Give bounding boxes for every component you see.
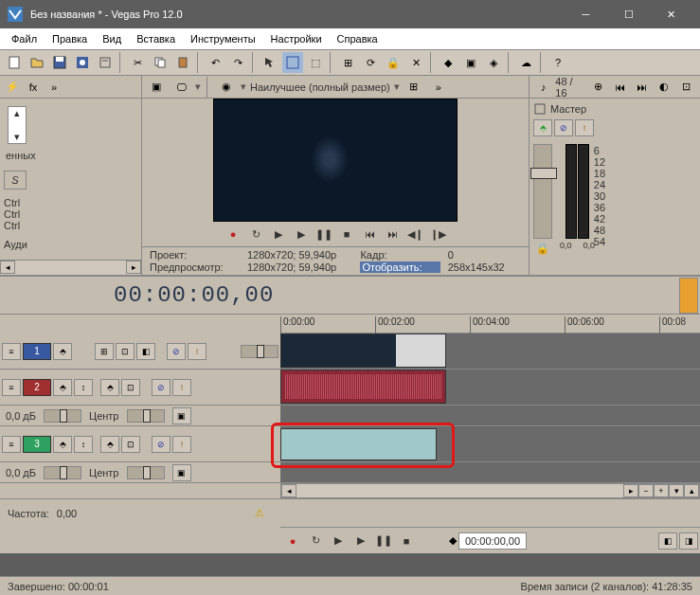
solo-button[interactable]: ! [172, 379, 191, 396]
loop-button[interactable]: ↻ [245, 224, 266, 244]
open-button[interactable] [27, 52, 47, 73]
marker-nav-button[interactable]: ◨ [679, 532, 698, 550]
preview-monitor-button[interactable]: 🖵 [171, 77, 191, 98]
scroll-right-button[interactable]: ▸ [623, 484, 638, 497]
mute-button[interactable]: ⊘ [167, 343, 186, 360]
pan-slider[interactable] [127, 466, 165, 479]
menu-options[interactable]: Настройки [263, 31, 330, 46]
tab-audio[interactable]: Ауди [4, 239, 137, 250]
save-button[interactable] [49, 52, 70, 73]
scroll-left-button[interactable]: ◂ [0, 261, 15, 274]
mixer-go-prev-button[interactable]: ⏮ [610, 77, 630, 98]
transport-time[interactable]: 00:00:00,00 [458, 532, 527, 550]
zoom-in-button[interactable]: + [654, 484, 669, 497]
master-solo-button[interactable]: ! [575, 119, 594, 136]
play-start-button[interactable]: ▶ [328, 531, 349, 551]
copy-button[interactable] [150, 52, 171, 73]
track-number[interactable]: 3 [23, 436, 51, 453]
track-min-button[interactable]: ≡ [2, 436, 21, 453]
explorer-item[interactable]: енных [4, 148, 137, 163]
downmix-button[interactable]: ♪ [533, 77, 553, 98]
video-clip[interactable] [280, 334, 446, 368]
track-menu-button[interactable]: ▣ [172, 407, 191, 424]
preview-quality[interactable]: Наилучшее (полный размер) [250, 81, 390, 93]
pan-slider[interactable] [127, 409, 165, 423]
zoom-tool[interactable]: ⬚ [305, 52, 326, 73]
track-fx-button[interactable]: ⬘ [100, 379, 119, 396]
keyframe-icon[interactable]: ◆ [449, 534, 457, 547]
envelope-tool[interactable] [282, 52, 303, 73]
command-button[interactable]: ◈ [483, 52, 504, 73]
redo-button[interactable]: ↷ [227, 52, 248, 73]
play-button[interactable]: ▶ [291, 224, 312, 244]
lock-icon[interactable]: 🔒 [536, 243, 549, 255]
solo-button[interactable]: ! [188, 343, 206, 360]
solo-button[interactable]: S [4, 171, 27, 189]
scroll-right-button[interactable]: ▸ [126, 261, 141, 274]
solo-button[interactable]: ! [172, 436, 191, 453]
zoom-v-in-button[interactable]: ▴ [684, 484, 699, 497]
explorer-more-icon[interactable]: » [44, 77, 64, 98]
menu-edit[interactable]: Правка [45, 31, 95, 46]
menu-insert[interactable]: Вставка [129, 31, 183, 46]
auto-ripple-button[interactable]: ⟳ [360, 52, 381, 73]
pause-button[interactable]: ❚❚ [373, 531, 394, 551]
new-button[interactable] [4, 52, 25, 73]
invert-button[interactable]: ↕ [74, 379, 93, 396]
scroll-left-button[interactable]: ◂ [281, 484, 296, 497]
timecode-display[interactable]: 00:00:00,00 [0, 282, 274, 308]
upload-button[interactable]: ☁ [515, 52, 536, 73]
mixer-dim-button[interactable]: ◐ [654, 77, 673, 98]
marker-bar[interactable] [679, 278, 698, 314]
auto-button[interactable]: ⊡ [121, 379, 140, 396]
next-frame-button[interactable]: ❙▶ [427, 224, 448, 244]
crossfade-button[interactable]: ✕ [405, 52, 426, 73]
bypass-fx-button[interactable]: ⬘ [53, 436, 72, 453]
prev-frame-button[interactable]: ◀❙ [404, 224, 425, 244]
menu-view[interactable]: Вид [95, 31, 129, 46]
master-fader[interactable] [533, 144, 552, 239]
menu-tools[interactable]: Инструменты [183, 31, 263, 46]
preview-grid-button[interactable]: ⊞ [404, 77, 424, 98]
close-button[interactable]: ✕ [650, 0, 692, 28]
track-min-button[interactable]: ≡ [2, 343, 21, 360]
region-button[interactable]: ▣ [460, 52, 481, 73]
properties-button[interactable] [95, 52, 116, 73]
volume-slider[interactable] [44, 466, 81, 479]
stop-button[interactable]: ■ [396, 531, 417, 551]
time-ruler[interactable]: 0:00:00 00:02:00 00:04:00 00:06:00 00:08 [280, 315, 700, 334]
render-button[interactable] [72, 52, 93, 73]
menu-file[interactable]: Файл [4, 31, 45, 46]
record-button[interactable]: ● [223, 224, 243, 244]
go-end-button[interactable]: ⏭ [382, 224, 403, 244]
preview-fx-button[interactable]: ◉ [216, 77, 237, 98]
track-fx-button[interactable]: ⬘ [100, 436, 119, 453]
mute-button[interactable]: ⊘ [152, 436, 171, 453]
audio-clip[interactable] [280, 370, 446, 404]
master-fx-button[interactable]: ⬘ [533, 119, 552, 136]
play-start-button[interactable]: ▶ [268, 224, 289, 244]
track-number[interactable]: 2 [23, 379, 51, 396]
auto-button[interactable]: ⊡ [121, 436, 140, 453]
help-button[interactable]: ? [547, 52, 568, 73]
bypass-fx-button[interactable]: ⬘ [53, 343, 72, 360]
go-start-button[interactable]: ⏮ [359, 224, 380, 244]
mixer-props-button[interactable]: ⊡ [676, 77, 696, 98]
explorer-scroller[interactable]: ▴▾ [8, 106, 27, 144]
track-fx-button[interactable]: ⊞ [95, 343, 114, 360]
mixer-go-next-button[interactable]: ⏭ [632, 77, 652, 98]
pause-button[interactable]: ❚❚ [314, 224, 334, 244]
track-min-button[interactable]: ≡ [2, 379, 21, 396]
opacity-slider[interactable] [241, 345, 278, 358]
preview-more-icon[interactable]: » [428, 77, 449, 98]
maximize-button[interactable]: ☐ [607, 0, 650, 28]
preview-device-button[interactable]: ▣ [146, 77, 167, 98]
auto-button[interactable]: ⊡ [116, 343, 135, 360]
timeline-scrollbar[interactable]: ◂ ▸ − + ▾ ▴ [280, 483, 700, 498]
stop-button[interactable]: ■ [336, 224, 357, 244]
fx-button[interactable]: fx [23, 77, 44, 98]
bypass-fx-button[interactable]: ⬘ [53, 379, 72, 396]
play-button[interactable]: ▶ [350, 531, 371, 551]
record-button[interactable]: ● [282, 531, 303, 551]
lock-button[interactable]: 🔒 [383, 52, 404, 73]
